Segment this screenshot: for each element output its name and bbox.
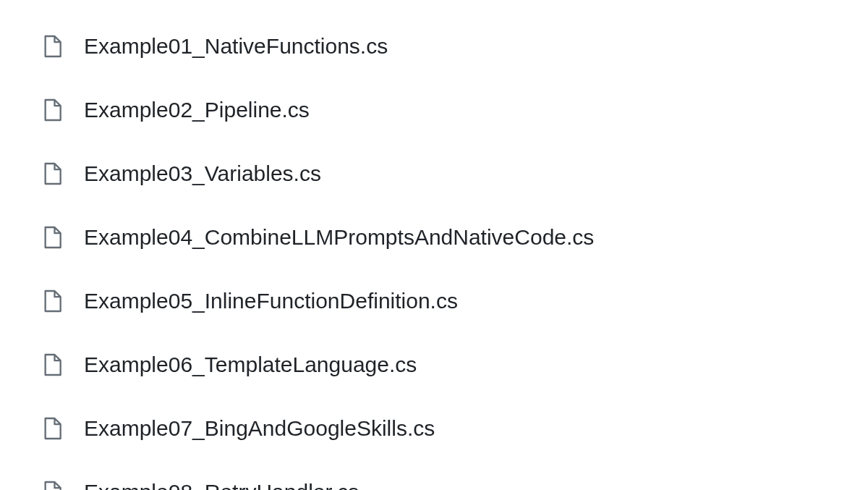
file-name: Example08_RetryHandler.cs [84, 480, 359, 490]
file-name: Example04_CombineLLMPromptsAndNativeCode… [84, 225, 594, 250]
file-name: Example01_NativeFunctions.cs [84, 34, 388, 59]
file-name: Example02_Pipeline.cs [84, 98, 310, 122]
file-icon [42, 98, 62, 122]
file-row[interactable]: Example06_TemplateLanguage.cs [42, 333, 868, 397]
file-row[interactable]: Example02_Pipeline.cs [42, 78, 868, 142]
file-row[interactable]: Example05_InlineFunctionDefinition.cs [42, 269, 868, 333]
file-row[interactable]: Example07_BingAndGoogleSkills.cs [42, 397, 868, 460]
file-icon [42, 225, 62, 250]
file-row[interactable]: Example04_CombineLLMPromptsAndNativeCode… [42, 206, 868, 269]
file-icon [42, 34, 62, 59]
file-name: Example03_Variables.cs [84, 161, 321, 186]
file-icon [42, 289, 62, 313]
file-row[interactable]: Example08_RetryHandler.cs [42, 460, 868, 490]
file-row[interactable]: Example03_Variables.cs [42, 142, 868, 206]
file-icon [42, 352, 62, 377]
file-icon [42, 416, 62, 441]
file-icon [42, 161, 62, 186]
file-name: Example07_BingAndGoogleSkills.cs [84, 416, 435, 441]
file-icon [42, 480, 62, 490]
file-list: Example01_NativeFunctions.cs Example02_P… [0, 0, 868, 490]
file-name: Example05_InlineFunctionDefinition.cs [84, 289, 458, 313]
file-name: Example06_TemplateLanguage.cs [84, 352, 417, 377]
file-row[interactable]: Example01_NativeFunctions.cs [42, 14, 868, 78]
